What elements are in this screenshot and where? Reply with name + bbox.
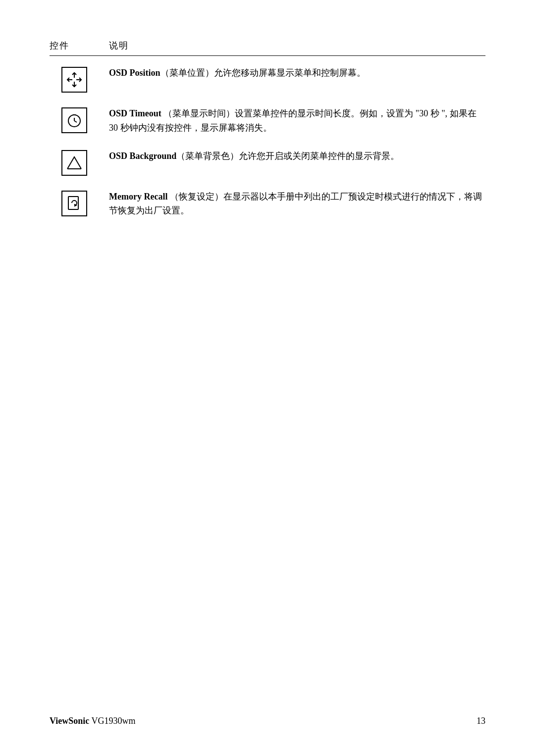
osd-timeout-label: OSD Timeout [109,108,161,118]
osd-position-icon [61,67,87,93]
table-header: 控件 说明 [50,40,485,56]
memory-recall-desc: Memory Recall （恢复设定）在显示器以本手册中列出的工厂预设定时模式… [109,190,485,218]
table-row: OSD Background（菜单背景色）允许您开启或关闭菜单控件的显示背景。 [50,149,485,176]
memory-recall-icon [61,191,87,216]
osd-position-label: OSD Position [109,68,160,78]
osd-position-icon-cell [50,66,99,93]
osd-timeout-text: （菜单显示时间）设置菜单控件的显示时间长度。例如，设置为 "30 秒 ", 如果… [109,108,477,133]
column-desc-label: 说明 [109,40,485,51]
osd-position-desc: OSD Position（菜单位置）允许您移动屏幕显示菜单和控制屏幕。 [109,66,485,80]
footer-page-number: 13 [477,716,485,726]
svg-line-6 [74,121,77,122]
osd-timeout-icon-cell [50,106,99,133]
memory-recall-icon-cell [50,190,99,216]
osd-background-icon-cell [50,149,99,176]
osd-timeout-icon [61,107,87,133]
osd-timeout-desc: OSD Timeout （菜单显示时间）设置菜单控件的显示时间长度。例如，设置为… [109,106,485,135]
page-footer: ViewSonic VG1930wm 13 [50,716,485,726]
table-row: OSD Position（菜单位置）允许您移动屏幕显示菜单和控制屏幕。 [50,66,485,93]
column-control-label: 控件 [50,40,109,51]
table-row: OSD Timeout （菜单显示时间）设置菜单控件的显示时间长度。例如，设置为… [50,106,485,135]
table-row: Memory Recall （恢复设定）在显示器以本手册中列出的工厂预设定时模式… [50,190,485,218]
osd-background-icon [61,150,87,176]
table-rows: OSD Position（菜单位置）允许您移动屏幕显示菜单和控制屏幕。 [50,66,485,218]
page-content: 控件 说明 [0,0,535,756]
osd-background-label: OSD Background [109,151,176,161]
brand-name: ViewSonic [50,716,89,726]
osd-background-text: （菜单背景色）允许您开启或关闭菜单控件的显示背景。 [176,151,399,161]
model-name: VG1930wm [92,716,136,726]
memory-recall-label: Memory Recall [109,192,167,202]
osd-background-desc: OSD Background（菜单背景色）允许您开启或关闭菜单控件的显示背景。 [109,149,485,163]
footer-brand: ViewSonic VG1930wm [50,716,136,726]
osd-position-text: （菜单位置）允许您移动屏幕显示菜单和控制屏幕。 [160,68,366,78]
